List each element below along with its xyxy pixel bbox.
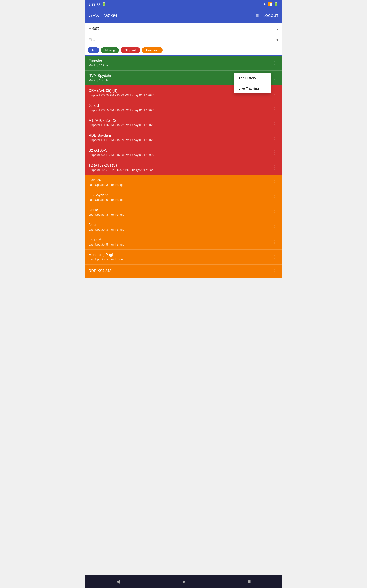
vehicle-name: M1 (AT07-2G) (S) — [89, 119, 270, 123]
vehicle-item-monching-pogi: Monching Pogi Last Update: a month ago ⋮ — [85, 250, 282, 265]
signal-icon: 📶 — [268, 2, 273, 6]
vehicle-name: Carl Pe — [89, 178, 270, 182]
filter-row[interactable]: Filter ▾ — [85, 35, 282, 45]
vehicle-name: Monching Pogi — [89, 253, 270, 257]
settings-icon: ⚙ — [97, 2, 100, 6]
vehicle-more-button[interactable]: ⋮ — [270, 224, 278, 231]
status-bar: 3:29 ⚙ 🔋 ▲ 📶 🔋 — [85, 0, 282, 8]
status-time: 3:29 — [89, 2, 95, 6]
filter-stopped-button[interactable]: Stopped — [121, 47, 140, 53]
vehicle-info: RDE-Spydahr Stopped: 00:17 AM - 15:09 PM… — [89, 133, 270, 142]
filter-unknown-button[interactable]: Unknown — [142, 47, 163, 53]
vehicle-name: Jesse — [89, 208, 270, 212]
battery-charging-icon: 🔋 — [102, 2, 106, 6]
context-menu-trip-history[interactable]: Trip History — [234, 73, 271, 83]
logout-button[interactable]: LOGOUT — [263, 14, 278, 17]
vehicle-item-et-spydahr: ET-Spydahr Last Update: 9 months ago ⋮ — [85, 190, 282, 205]
vehicle-status: Last Update: 9 months ago — [89, 198, 270, 201]
fleet-header[interactable]: Fleet › — [85, 23, 282, 35]
filter-label: Filter — [89, 38, 97, 42]
vehicle-more-button[interactable]: ⋮ — [270, 89, 278, 96]
app-title: GPX Tracker — [89, 12, 117, 18]
vehicle-name: RDE-XSJ 843 — [89, 269, 270, 273]
vehicle-info: Carl Pe Last Update: 3 months ago — [89, 178, 270, 187]
vehicle-more-button[interactable]: ⋮ — [270, 179, 278, 186]
vehicle-more-button[interactable]: ⋮ — [270, 268, 278, 275]
vehicle-item-jops: Jops Last Update: 3 months ago ⋮ — [85, 220, 282, 235]
vehicle-item-jerard: Jerard Stopped: 00:55 AM - 15:29 PM Frid… — [85, 100, 282, 115]
vehicle-item-forester: Forester Moving 20 km/h ⋮ — [85, 56, 282, 70]
vehicle-status: Last Update: 3 months ago — [89, 183, 270, 187]
vehicle-item-s2-at05: S2 (AT05-S) Stopped: 00:14 AM - 15:03 PM… — [85, 145, 282, 160]
vehicle-status: Stopped: 00:09 AM - 15:29 PM Friday 01/1… — [89, 94, 270, 97]
vehicle-more-button[interactable]: ⋮ — [270, 194, 278, 201]
vehicle-more-button[interactable]: ⋮ — [270, 239, 278, 246]
vehicle-list: Forester Moving 20 km/h ⋮ RVM Spydahr Mo… — [85, 56, 282, 278]
vehicle-info: Jesse Last Update: 3 months ago — [89, 208, 270, 216]
app-bar: GPX Tracker ≡ LOGOUT — [85, 8, 282, 23]
vehicle-status: Stopped: 00:16 AM - 15:22 PM Friday 01/1… — [89, 123, 270, 127]
vehicle-status: Stopped: 00:55 AM - 15:29 PM Friday 01/1… — [89, 108, 270, 112]
vehicle-status: Last Update: 5 months ago — [89, 243, 270, 246]
battery-icon: 🔋 — [274, 2, 278, 6]
vehicle-status: Last Update: 3 months ago — [89, 228, 270, 231]
vehicle-info: M1 (AT07-2G) (S) Stopped: 00:16 AM - 15:… — [89, 119, 270, 127]
vehicle-item-m1-at07: M1 (AT07-2G) (S) Stopped: 00:16 AM - 15:… — [85, 115, 282, 130]
vehicle-more-button[interactable]: ⋮ — [270, 209, 278, 216]
vehicle-more-button[interactable]: ⋮ — [270, 104, 278, 111]
vehicle-info: RDE-XSJ 843 — [89, 269, 270, 274]
vehicle-item-rde-spydahr: RDE-Spydahr Stopped: 00:17 AM - 15:09 PM… — [85, 130, 282, 145]
vehicle-more-button[interactable]: ⋮ — [270, 74, 278, 81]
context-menu-live-tracking[interactable]: Live Tracking — [234, 83, 271, 94]
fleet-chevron-right-icon: › — [277, 26, 278, 31]
fleet-title: Fleet — [89, 26, 99, 31]
vehicle-status: Last Update: 3 months ago — [89, 213, 270, 216]
vehicle-name: ET-Spydahr — [89, 193, 270, 197]
hamburger-icon[interactable]: ≡ — [256, 12, 259, 18]
vehicle-info: Jerard Stopped: 00:55 AM - 15:29 PM Frid… — [89, 104, 270, 112]
vehicle-item-carl-pe: Carl Pe Last Update: 3 months ago ⋮ — [85, 175, 282, 190]
vehicle-more-button[interactable]: ⋮ — [270, 60, 278, 66]
vehicle-name: Jerard — [89, 104, 270, 108]
vehicle-name: Forester — [89, 59, 270, 63]
vehicle-info: ET-Spydahr Last Update: 9 months ago — [89, 193, 270, 201]
vehicle-item-t2-at07: T2 (AT07-2G) (S) Stopped: 12:54 PM - 15:… — [85, 160, 282, 175]
filter-moving-button[interactable]: Moving — [101, 47, 119, 53]
vehicle-info: Forester Moving 20 km/h — [89, 59, 270, 67]
color-filter-row: All Moving Stopped Unknown — [85, 45, 282, 56]
vehicle-name: S2 (AT05-S) — [89, 148, 270, 153]
vehicle-name: T2 (AT07-2G) (S) — [89, 163, 270, 167]
vehicle-info: Louis M Last Update: 5 months ago — [89, 238, 270, 246]
vehicle-name: Jops — [89, 223, 270, 227]
vehicle-more-button[interactable]: ⋮ — [270, 119, 278, 126]
vehicle-item-louis-m: Louis M Last Update: 5 months ago ⋮ — [85, 235, 282, 250]
status-left: 3:29 ⚙ 🔋 — [89, 2, 106, 6]
vehicle-item-rvm-spydahr: RVM Spydahr Moving 3 km/h ⋮ Trip History… — [85, 70, 282, 86]
vehicle-info: Monching Pogi Last Update: a month ago — [89, 253, 270, 261]
vehicle-info: Jops Last Update: 3 months ago — [89, 223, 270, 231]
vehicle-name: RDE-Spydahr — [89, 133, 270, 138]
vehicle-more-button[interactable]: ⋮ — [270, 149, 278, 156]
filter-chevron-down-icon: ▾ — [276, 37, 278, 42]
vehicle-status: Stopped: 00:17 AM - 15:09 PM Friday 01/1… — [89, 138, 270, 142]
wifi-icon: ▲ — [263, 2, 267, 6]
vehicle-more-button[interactable]: ⋮ — [270, 164, 278, 171]
app-bar-actions: ≡ LOGOUT — [256, 12, 278, 18]
vehicle-status: Last Update: a month ago — [89, 258, 270, 261]
vehicle-item-jesse: Jesse Last Update: 3 months ago ⋮ — [85, 205, 282, 220]
status-right: ▲ 📶 🔋 — [263, 2, 278, 6]
filter-all-button[interactable]: All — [88, 47, 99, 53]
vehicle-info: T2 (AT07-2G) (S) Stopped: 12:54 PM - 15:… — [89, 163, 270, 172]
vehicle-info: S2 (AT05-S) Stopped: 00:14 AM - 15:03 PM… — [89, 148, 270, 157]
vehicle-status: Stopped: 12:54 PM - 15:27 PM Friday 01/1… — [89, 168, 270, 172]
vehicle-status: Stopped: 00:14 AM - 15:03 PM Friday 01/1… — [89, 153, 270, 157]
context-menu: Trip History Live Tracking — [234, 73, 271, 94]
vehicle-more-button[interactable]: ⋮ — [270, 254, 278, 260]
vehicle-item-rde-xsj843: RDE-XSJ 843 ⋮ — [85, 265, 282, 278]
vehicle-more-button[interactable]: ⋮ — [270, 134, 278, 141]
vehicle-status: Moving 20 km/h — [89, 64, 270, 67]
vehicle-name: Louis M — [89, 238, 270, 242]
